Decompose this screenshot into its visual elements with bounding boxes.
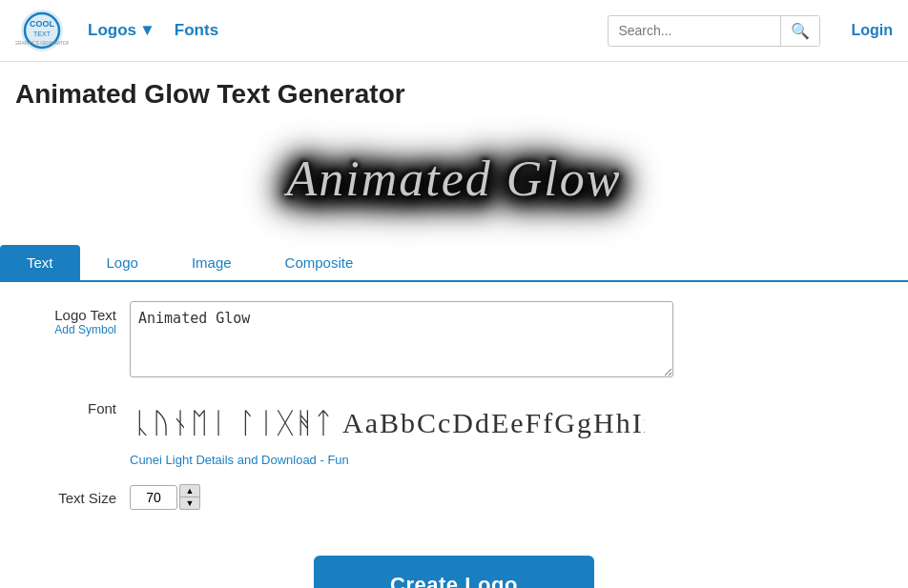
svg-text:COOL: COOL [30,19,55,29]
logo-text-row: Logo Text Add Symbol Animated Glow [15,301,893,377]
font-details-link[interactable]: Cunei Light Details and Download - Fun [130,453,645,467]
search-area: 🔍 [608,15,820,47]
preview-image: Animated Glow [287,151,622,207]
tab-text[interactable]: Text [0,245,80,280]
nav-logos-link[interactable]: Logos ▼ [88,21,155,40]
search-button[interactable]: 🔍 [780,16,819,46]
tabs-bar: Text Logo Image Composite [0,245,908,282]
form-area: Logo Text Add Symbol Animated Glow Font … [0,282,908,546]
svg-text:GRAPHICS GENERATOR: GRAPHICS GENERATOR [15,40,69,46]
text-size-label: Text Size [15,484,130,506]
header: COOL TEXT GRAPHICS GENERATOR Logos ▼ Fon… [0,0,908,62]
create-btn-row: Create Logo [0,546,908,588]
search-icon: 🔍 [791,23,810,39]
font-row: Font ᚳᚢᚾᛖᛁ ᛚᛁᚷᚻᛏ AaBbCcDdEeFfGgHhIiJjKkL… [15,395,893,467]
text-size-input[interactable] [130,485,177,510]
tab-image[interactable]: Image [165,245,258,280]
login-link[interactable]: Login [851,22,893,39]
size-up-button[interactable]: ▲ [179,484,200,497]
svg-text:ᚳᚢᚾᛖᛁ ᛚᛁᚷᚻᛏ AaBbCcDdEeFfGgHhIi: ᚳᚢᚾᛖᛁ ᛚᛁᚷᚻᛏ AaBbCcDdEeFfGgHhIiJjKkLlMmNn [134,407,645,438]
preview-area: Animated Glow [0,121,908,235]
nav-fonts-link[interactable]: Fonts [175,21,218,40]
cooltext-logo-icon: COOL TEXT GRAPHICS GENERATOR [15,8,69,53]
logo-text-label: Logo Text [54,307,116,323]
search-input[interactable] [609,17,780,44]
tab-composite[interactable]: Composite [258,245,381,280]
text-size-row: Text Size ▲ ▼ [15,484,893,510]
site-logo[interactable]: COOL TEXT GRAPHICS GENERATOR [15,8,69,53]
tab-logo[interactable]: Logo [80,245,165,280]
font-preview-area[interactable]: ᚳᚢᚾᛖᛁ ᛚᛁᚷᚻᛏ AaBbCcDdEeFfGgHhIiJjKkLlMmNn [130,395,645,449]
size-down-button[interactable]: ▼ [179,497,200,510]
font-label: Font [15,395,130,416]
logo-text-input[interactable]: Animated Glow [130,301,673,377]
svg-text:TEXT: TEXT [33,30,52,37]
size-control: ▲ ▼ [130,484,200,510]
font-sample-svg: ᚳᚢᚾᛖᛁ ᛚᛁᚷᚻᛏ AaBbCcDdEeFfGgHhIiJjKkLlMmNn [130,398,645,442]
page-title: Animated Glow Text Generator [0,62,908,121]
create-logo-button[interactable]: Create Logo [314,556,594,588]
logo-text-label-stack: Logo Text Add Symbol [15,301,130,336]
font-content: ᚳᚢᚾᛖᛁ ᛚᛁᚷᚻᛏ AaBbCcDdEeFfGgHhIiJjKkLlMmNn… [130,395,645,467]
spinner-area: ▲ ▼ [179,484,200,510]
add-symbol-link[interactable]: Add Symbol [54,323,116,336]
